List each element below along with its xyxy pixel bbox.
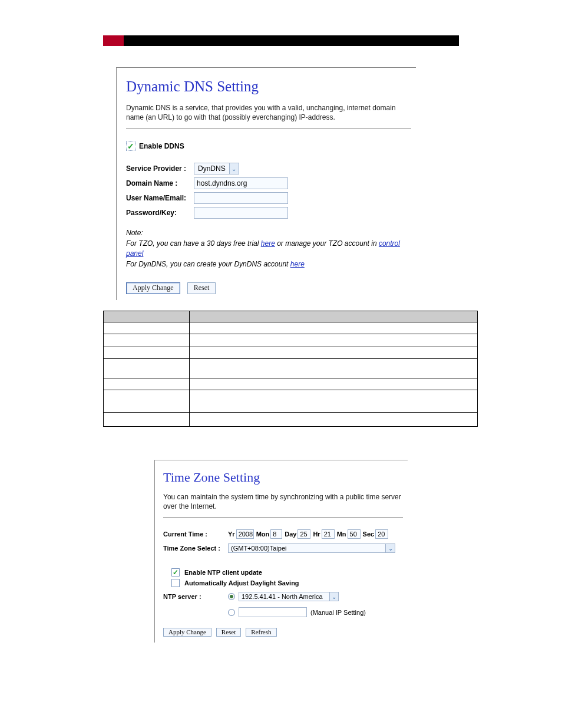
second-label: Sec xyxy=(363,531,375,538)
ntp-server-label: NTP server : xyxy=(163,593,228,600)
tzo-trial-link[interactable]: here xyxy=(261,239,275,248)
service-provider-value: DynDNS xyxy=(194,164,229,173)
hour-label: Hr xyxy=(313,531,320,538)
table-cell xyxy=(190,358,478,378)
password-label: Password/Key: xyxy=(126,209,194,217)
reset-button[interactable]: Reset xyxy=(187,282,216,294)
table-cell xyxy=(190,347,478,358)
timezone-screenshot: Time Zone Setting You can maintain the s… xyxy=(154,460,408,643)
chevron-down-icon: ⌄ xyxy=(229,163,239,174)
ntp-manual-input[interactable] xyxy=(239,607,307,617)
chevron-down-icon: ⌄ xyxy=(385,544,395,552)
enable-ntp-label: Enable NTP client update xyxy=(184,569,262,576)
table-cell xyxy=(104,358,190,378)
tz-title: Time Zone Setting xyxy=(163,470,403,485)
manual-ip-label: (Manual IP Setting) xyxy=(310,609,366,616)
dst-checkbox[interactable]: ✓ xyxy=(171,579,180,587)
divider xyxy=(163,517,403,518)
table-cell xyxy=(104,390,190,412)
service-provider-label: Service Provider : xyxy=(126,164,194,173)
minute-label: Mn xyxy=(337,531,346,538)
current-time-label: Current Time : xyxy=(163,531,228,538)
parameters-table xyxy=(103,311,478,427)
ddns-screenshot: Dynamic DNS Setting Dynamic DNS is a ser… xyxy=(116,67,416,300)
refresh-button[interactable]: Refresh xyxy=(246,628,276,637)
username-label: User Name/Email: xyxy=(126,194,194,202)
table-cell xyxy=(104,334,190,347)
table-cell xyxy=(190,334,478,347)
username-input[interactable] xyxy=(194,192,288,204)
reset-button[interactable]: Reset xyxy=(216,628,241,637)
apply-change-button[interactable]: Apply Change xyxy=(126,282,180,294)
chevron-down-icon: ⌄ xyxy=(329,592,338,601)
ddns-title: Dynamic DNS Setting xyxy=(126,78,411,95)
table-cell xyxy=(190,412,478,426)
domain-name-label: Domain Name : xyxy=(126,179,194,187)
enable-ntp-checkbox[interactable]: ✓ xyxy=(171,568,180,577)
table-cell xyxy=(104,412,190,426)
apply-change-button[interactable]: Apply Change xyxy=(163,628,211,637)
table-cell xyxy=(190,378,478,390)
header-bar xyxy=(103,35,459,46)
table-cell xyxy=(104,347,190,358)
tz-select-value: (GMT+08:00)Taipei xyxy=(229,544,385,552)
tz-description: You can maintain the system time by sync… xyxy=(163,492,403,511)
month-label: Mon xyxy=(256,531,270,538)
day-label: Day xyxy=(285,531,296,538)
table-cell xyxy=(104,322,190,334)
divider xyxy=(126,128,411,129)
table-header xyxy=(190,311,478,322)
ntp-preset-radio[interactable] xyxy=(228,593,235,600)
ntp-manual-radio[interactable] xyxy=(228,609,235,616)
enable-ddns-checkbox[interactable]: ✓ xyxy=(126,141,135,151)
second-input[interactable]: 20 xyxy=(375,529,388,539)
hour-input[interactable]: 21 xyxy=(322,529,335,539)
minute-input[interactable]: 50 xyxy=(348,529,361,539)
table-cell xyxy=(190,322,478,334)
service-provider-select[interactable]: DynDNS ⌄ xyxy=(194,163,239,174)
domain-name-input[interactable] xyxy=(194,177,288,189)
day-input[interactable]: 25 xyxy=(297,529,310,539)
ntp-server-select[interactable]: 192.5.41.41 - North America ⌄ xyxy=(239,592,339,601)
month-input[interactable]: 8 xyxy=(270,529,282,539)
dst-label: Automatically Adjust Daylight Saving xyxy=(184,579,299,587)
ddns-note: Note: For TZO, you can have a 30 days fr… xyxy=(126,228,411,269)
enable-ddns-label: Enable DDNS xyxy=(139,142,184,150)
tz-select-label: Time Zone Select : xyxy=(163,545,228,552)
dyndns-create-link[interactable]: here xyxy=(290,260,305,268)
table-cell xyxy=(190,390,478,412)
table-header xyxy=(104,311,190,322)
year-label: Yr xyxy=(228,531,235,538)
password-input[interactable] xyxy=(194,207,288,219)
year-input[interactable]: 2008 xyxy=(236,529,254,539)
ntp-server-value: 192.5.41.41 - North America xyxy=(239,592,329,601)
tz-select[interactable]: (GMT+08:00)Taipei ⌄ xyxy=(228,543,395,553)
table-cell xyxy=(104,378,190,390)
ddns-description: Dynamic DNS is a service, that provides … xyxy=(126,103,411,122)
